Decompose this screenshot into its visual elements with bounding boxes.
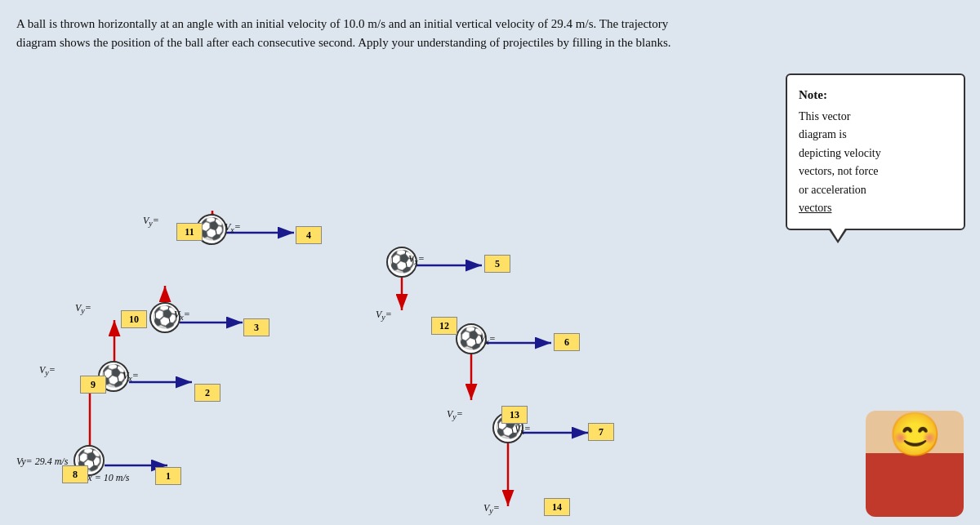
note-line5: or acceleration xyxy=(799,181,952,199)
blank-10-value: 10 xyxy=(129,314,139,326)
blank-7-value: 7 xyxy=(599,426,604,438)
blank-1[interactable]: 1 xyxy=(155,467,181,485)
vx-label-7: Vx= xyxy=(514,423,531,436)
main-container: A ball is thrown horizontally at an angl… xyxy=(0,0,980,525)
note-line2: diagram is xyxy=(799,126,952,144)
blank-11[interactable]: 11 xyxy=(176,223,203,241)
vx-initial-label: Vx = 10 m/s xyxy=(82,472,129,484)
vx-initial-text: Vx = 10 m/s xyxy=(82,472,129,483)
vy-label-6: Vy= xyxy=(447,408,463,421)
intro-paragraph: A ball is thrown horizontally at an angl… xyxy=(16,17,670,49)
blank-4-value: 4 xyxy=(306,229,311,242)
blank-9[interactable]: 9 xyxy=(80,376,106,394)
blank-11-value: 11 xyxy=(185,226,194,238)
blank-14[interactable]: 14 xyxy=(544,498,570,516)
blank-12-value: 12 xyxy=(439,320,449,332)
note-title: Note: xyxy=(799,85,952,105)
blank-3-value: 3 xyxy=(254,322,259,334)
note-box: Note: This vector diagram is depicting v… xyxy=(786,73,965,230)
diagram-area: ⚽ ⚽ ⚽ ⚽ ⚽ ⚽ ⚽ Vy= 29.4 m/s xyxy=(16,90,702,514)
blank-4[interactable]: 4 xyxy=(296,226,322,244)
blank-5[interactable]: 5 xyxy=(484,255,510,273)
blank-9-value: 9 xyxy=(91,379,96,391)
vy-label-5: Vy= xyxy=(376,309,392,322)
blank-14-value: 14 xyxy=(552,501,562,514)
blank-2-value: 2 xyxy=(205,387,210,399)
blank-6[interactable]: 6 xyxy=(554,333,580,351)
note-line1: This vector xyxy=(799,108,952,126)
blank-6-value: 6 xyxy=(564,336,569,349)
vy-label-7: Vy= xyxy=(483,502,500,515)
avatar: 😊 xyxy=(866,411,964,517)
blank-2[interactable]: 2 xyxy=(194,384,220,402)
vy-label-4: Vy= xyxy=(143,215,159,228)
vx-label-3: Vx= xyxy=(174,309,190,322)
vx-label-2: Vx= xyxy=(122,370,139,383)
blank-1-value: 1 xyxy=(166,470,171,483)
vx-label-5: Vx= xyxy=(408,253,425,266)
note-line6: vectors xyxy=(799,199,952,217)
note-line4: vectors, not force xyxy=(799,162,952,180)
vy-label-3: Vy= xyxy=(75,302,91,315)
blank-7[interactable]: 7 xyxy=(588,423,614,441)
blank-3[interactable]: 3 xyxy=(243,318,270,336)
note-line3: depicting velocity xyxy=(799,145,952,162)
blank-5-value: 5 xyxy=(495,258,500,270)
blank-8-value: 8 xyxy=(73,469,78,481)
vx-label-6: Vx= xyxy=(479,333,496,346)
arrows-svg xyxy=(16,90,702,514)
intro-text: A ball is thrown horizontally at an angl… xyxy=(16,15,686,53)
vy-initial-label: Vy= 29.4 m/s xyxy=(16,456,68,468)
blank-12[interactable]: 12 xyxy=(431,317,457,335)
vy-initial-text: Vy= 29.4 m/s xyxy=(16,456,68,467)
blank-8[interactable]: 8 xyxy=(62,465,88,483)
blank-10[interactable]: 10 xyxy=(121,310,147,328)
blank-13-value: 13 xyxy=(510,409,519,421)
blank-13[interactable]: 13 xyxy=(501,406,528,424)
vy-label-2: Vy= xyxy=(39,364,56,377)
vx-label-4: Vx= xyxy=(225,221,241,234)
